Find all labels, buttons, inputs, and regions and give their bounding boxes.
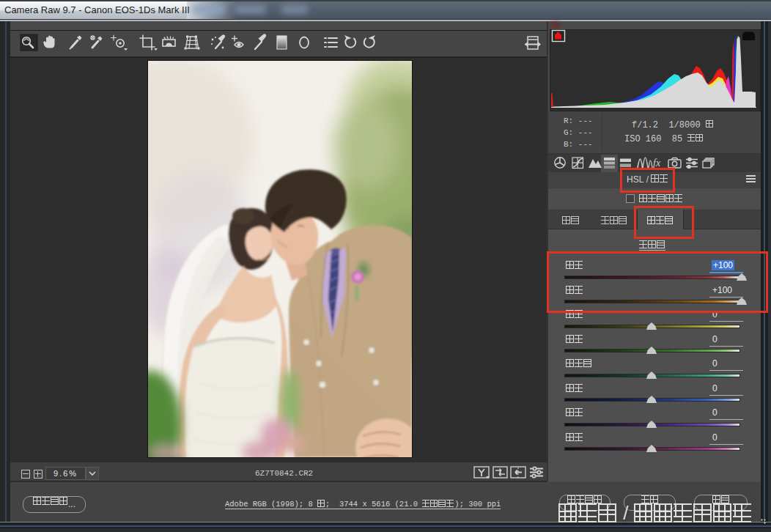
svg-text:fx: fx <box>653 158 661 169</box>
